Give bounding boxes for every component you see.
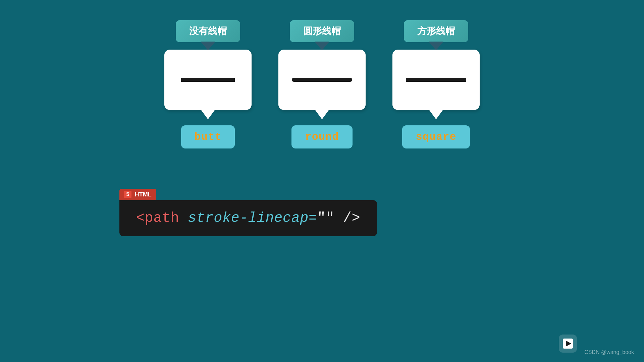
cards-row: 没有线帽 butt 圆形线帽 round [164, 20, 480, 148]
badge-arrow-square [429, 42, 443, 50]
code-box: <path stroke-linecap="" /> [119, 200, 377, 236]
code-section: 5 HTML <path stroke-linecap="" /> [119, 189, 377, 236]
play-triangle-icon [566, 341, 571, 347]
line-round [292, 78, 352, 82]
bottom-badge-square: square [402, 125, 470, 148]
code-attr: stroke-linecap= [188, 210, 317, 226]
code-text: <path stroke-linecap="" /> [136, 210, 360, 226]
bilibili-icon[interactable] [559, 335, 577, 353]
bili-inner [563, 339, 573, 349]
code-tag-open: <path [136, 210, 188, 226]
top-badge-square: 方形线帽 [404, 20, 468, 42]
speech-bubble-butt [164, 50, 252, 110]
html-badge: 5 HTML [119, 189, 156, 200]
card-butt: 没有线帽 butt [164, 20, 252, 148]
top-badge-round: 圆形线帽 [290, 20, 354, 42]
watermark: CSDN @wang_book [584, 349, 634, 355]
top-badge-butt: 没有线帽 [176, 20, 240, 42]
card-square: 方形线帽 square [392, 20, 480, 148]
line-square [406, 78, 466, 82]
speech-bubble-round [278, 50, 366, 110]
html5-number: 5 [124, 191, 131, 198]
html-badge-label: HTML [135, 191, 152, 198]
bottom-badge-butt: butt [181, 125, 235, 148]
bottom-badge-round: round [291, 125, 352, 148]
card-round: 圆形线帽 round [278, 20, 366, 148]
code-value: "" /> [317, 210, 361, 226]
line-butt [181, 78, 235, 82]
badge-arrow-round [315, 42, 329, 50]
speech-bubble-square [392, 50, 480, 110]
main-container: 没有线帽 butt 圆形线帽 round [0, 0, 644, 236]
badge-arrow-butt [201, 42, 215, 50]
